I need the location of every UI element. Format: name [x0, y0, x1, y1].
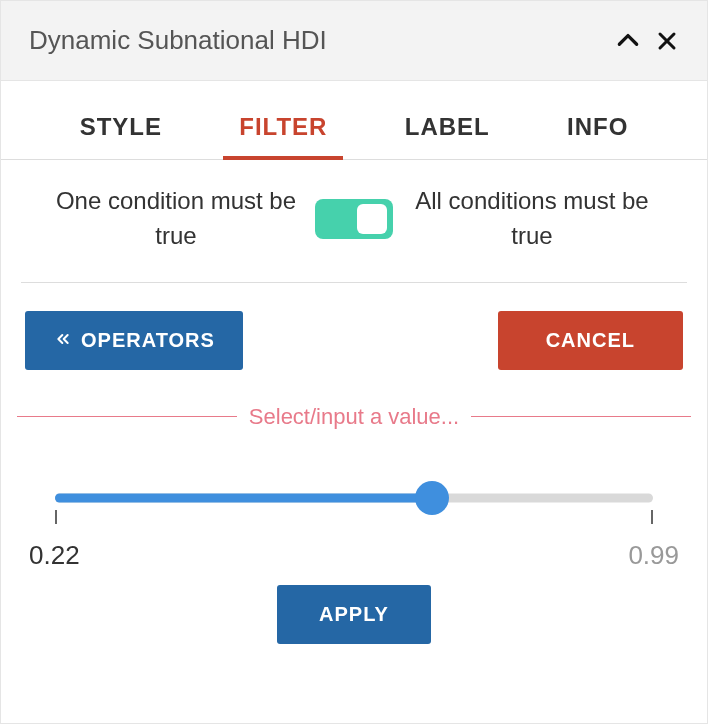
filter-panel: Dynamic Subnational HDI STYLE FILTER LAB…	[0, 0, 708, 724]
slider-max-value: 0.99	[628, 540, 679, 571]
slider-thumb[interactable]	[415, 481, 449, 515]
value-slider[interactable]	[55, 478, 653, 518]
condition-one-label: One condition must be true	[41, 184, 311, 254]
slider-fill	[55, 493, 432, 502]
tab-label[interactable]: LABEL	[397, 101, 498, 159]
apply-row: APPLY	[1, 585, 707, 660]
divider-text: Select/input a value...	[249, 404, 459, 430]
panel-header: Dynamic Subnational HDI	[1, 1, 707, 81]
apply-button-label: APPLY	[319, 603, 389, 626]
cancel-button-label: CANCEL	[546, 329, 635, 352]
tab-info[interactable]: INFO	[559, 101, 636, 159]
apply-button[interactable]: APPLY	[277, 585, 431, 644]
operators-button[interactable]: OPERATORS	[25, 311, 243, 370]
collapse-icon[interactable]	[615, 28, 641, 54]
slider-values: 0.22 0.99	[29, 540, 679, 571]
panel-title: Dynamic Subnational HDI	[29, 25, 327, 56]
cancel-button[interactable]: CANCEL	[498, 311, 683, 370]
divider-line-left	[17, 416, 237, 418]
slider-section: 0.22 0.99	[1, 430, 707, 589]
operators-button-label: OPERATORS	[81, 329, 215, 352]
condition-all-label: All conditions must be true	[397, 184, 667, 254]
slider-tick-min	[55, 510, 57, 524]
tab-filter[interactable]: FILTER	[231, 101, 335, 159]
divider-line-right	[471, 416, 691, 418]
tab-style[interactable]: STYLE	[72, 101, 170, 159]
value-divider: Select/input a value...	[1, 404, 707, 430]
slider-tick-max	[651, 510, 653, 524]
header-controls	[615, 28, 679, 54]
conditions-toggle[interactable]	[315, 199, 393, 239]
conditions-toggle-row: One condition must be true All condition…	[21, 160, 687, 283]
chevron-left-double-icon	[53, 329, 73, 352]
close-icon[interactable]	[655, 29, 679, 53]
tabs: STYLE FILTER LABEL INFO	[1, 81, 707, 160]
filter-buttons-row: OPERATORS CANCEL	[1, 283, 707, 404]
slider-min-value: 0.22	[29, 540, 80, 571]
toggle-knob	[357, 204, 387, 234]
